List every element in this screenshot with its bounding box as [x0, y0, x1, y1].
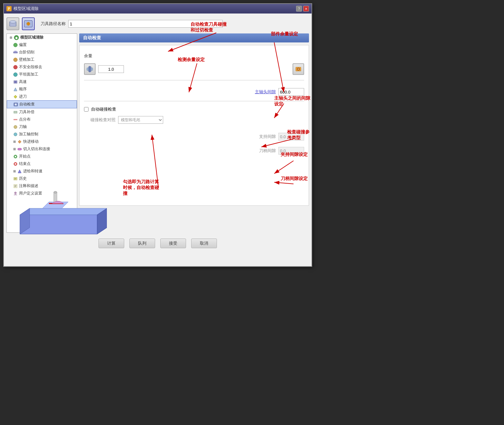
tree-item-label: 顺序 — [19, 86, 27, 92]
tree-item-label: 不安全段移去 — [19, 64, 42, 70]
shank-gap-label: 刀柄间隙 — [259, 148, 276, 154]
toolbar-row: 刀具路径名称 1 — [6, 16, 309, 32]
toolcomp-icon — [13, 110, 18, 114]
history-icon — [13, 176, 18, 181]
svg-point-1 — [10, 21, 16, 23]
root-icon: ◆ — [14, 35, 19, 40]
svg-marker-22 — [14, 95, 17, 98]
tree-item-label: 进刀 — [19, 94, 27, 99]
tree-item-order[interactable]: 顺序 — [7, 86, 77, 93]
content-area: 余量 — [79, 45, 309, 206]
tree-item-autocheck[interactable]: 自动检查 — [7, 100, 77, 108]
bias-icon — [13, 43, 18, 47]
tree-item-pointdist[interactable]: 点分布 — [7, 116, 77, 123]
tree-item-entry[interactable]: 进刀 — [7, 93, 77, 100]
tree-item-unsafe[interactable]: 不安全段移去 — [7, 63, 77, 71]
tree-item-label: 点分布 — [19, 117, 31, 122]
collision-check-label: 自动碰撞检查 — [91, 106, 116, 112]
endpt-icon — [13, 162, 18, 166]
support-gap-input — [278, 133, 304, 140]
svg-point-24 — [15, 104, 17, 105]
tree-item-feed[interactable]: ⊞ 进给和转速 — [7, 167, 77, 175]
shank-gap-row: 刀柄间隙 — [90, 147, 304, 155]
toolpath-view-button[interactable] — [22, 17, 35, 30]
margin-tool-icon — [86, 65, 94, 73]
tree-item-label: 进给和转速 — [23, 168, 42, 174]
svg-rect-60 — [20, 215, 97, 234]
help-button[interactable]: ? — [296, 6, 302, 12]
startpt-icon — [13, 154, 18, 159]
tree-item-label: 历史 — [19, 176, 27, 181]
title-bar: P 模型区域清除 ? ✕ — [4, 4, 312, 14]
tree-item-label: 结束点 — [19, 161, 31, 167]
flat-icon — [13, 72, 18, 77]
tree-item-flat[interactable]: 平坦面加工 — [7, 71, 77, 78]
feed-icon — [17, 169, 22, 174]
svg-point-14 — [14, 58, 17, 62]
spindle-label[interactable]: 主轴头间隙 — [255, 89, 276, 95]
tree-item-label: 平坦面加工 — [19, 72, 38, 77]
svg-point-29 — [14, 125, 17, 129]
tree-item-label: 刀轴 — [19, 124, 27, 130]
tree-item-toolcomp[interactable]: 刀具补偿 — [7, 108, 77, 116]
rapid-icon — [17, 140, 22, 144]
tree-item-label: 加工轴控制 — [19, 131, 38, 137]
spindle-value-input[interactable] — [278, 88, 304, 96]
tree-item-label: 偏置 — [19, 42, 27, 48]
axisctrl-icon — [13, 132, 18, 137]
collision-checkbox[interactable] — [84, 107, 89, 112]
tree-item-toolaxis[interactable]: 刀轴 — [7, 123, 77, 131]
tree-root[interactable]: ⊟ ◆ 模型区域清除 — [7, 34, 77, 41]
tree-item-endpt[interactable]: 结束点 — [7, 160, 77, 167]
tree-root-label: 模型区域清除 — [20, 35, 43, 40]
path-name-input[interactable]: 1 — [68, 20, 223, 28]
tree-item-connect[interactable]: ⊞ 切入切出和连接 — [7, 145, 77, 153]
feed-expand: ⊞ — [13, 169, 16, 173]
tree-item-label: 台阶切削 — [19, 50, 34, 55]
tree-item-bias[interactable]: 偏置 — [7, 41, 77, 49]
tree-item-wall[interactable]: 壁精加工 — [7, 56, 77, 63]
detect-margin-section: 余量 — [84, 50, 304, 75]
toolaxis-icon — [13, 125, 18, 129]
margin-input-row — [84, 63, 304, 75]
wall-icon — [13, 58, 18, 62]
svg-point-16 — [14, 73, 17, 77]
spindle-ref-btn[interactable] — [293, 63, 304, 75]
separator-2 — [84, 101, 304, 101]
tree-item-rapid[interactable]: ⊞ 快进移动 — [7, 138, 77, 145]
tree-item-axisctrl[interactable]: 加工轴控制 — [7, 131, 77, 138]
tree-item-speed[interactable]: 高速 — [7, 78, 77, 86]
cancel-button[interactable]: 取消 — [191, 239, 217, 248]
tree-item-startpt[interactable]: 开始点 — [7, 153, 77, 160]
header-label: 自动检查 — [83, 35, 101, 40]
speed-icon — [13, 80, 18, 84]
close-button[interactable]: ✕ — [303, 6, 309, 12]
svg-point-28 — [16, 119, 17, 120]
margin-value-input[interactable] — [98, 65, 124, 73]
tree-item-label: 高速 — [19, 79, 27, 85]
connect-expand: ⊞ — [13, 147, 16, 151]
accept-button[interactable]: 接受 — [160, 239, 186, 248]
svg-point-27 — [15, 119, 16, 120]
svg-rect-36 — [14, 177, 17, 180]
margin-text-label: 余量 — [84, 53, 92, 59]
svg-point-66 — [54, 191, 57, 193]
auto-check-header: 自动检查 — [79, 33, 309, 42]
spindle-ref-icon — [294, 65, 302, 73]
model-view-button[interactable] — [6, 17, 19, 30]
support-gap-label: 支持间隙 — [259, 134, 276, 140]
margin-row: 余量 — [84, 53, 304, 60]
right-panel: 自动检查 余量 — [79, 33, 309, 233]
cnc-illustration — [10, 183, 107, 247]
collision-ref-select[interactable]: 模型和毛坯 仅模型 仅毛坯 — [118, 116, 163, 124]
app-icon: P — [6, 6, 12, 11]
queue-button[interactable]: 队列 — [129, 239, 155, 248]
model-icon — [8, 19, 17, 28]
collision-ref-row: 碰撞检查对照 模型和毛坯 仅模型 仅毛坯 — [90, 116, 304, 124]
tree-item-history[interactable]: 历史 — [7, 175, 77, 182]
tree-item-step[interactable]: 台阶切削 — [7, 49, 77, 56]
window-title: 模型区域清除 — [14, 6, 39, 12]
tree-item-label: 刀具补偿 — [19, 109, 34, 115]
unsafe-icon — [13, 65, 18, 69]
margin-icon-btn[interactable] — [84, 63, 96, 75]
